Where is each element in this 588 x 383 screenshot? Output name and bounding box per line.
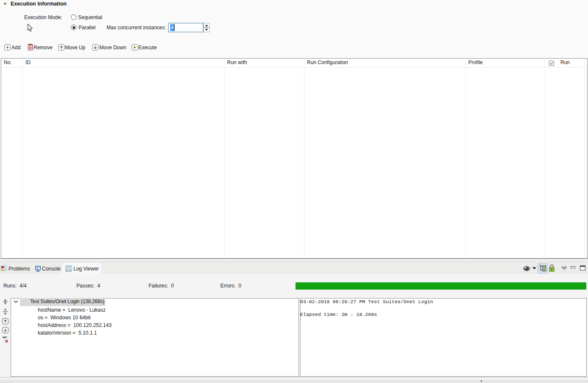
svg-text:LOG: LOG (66, 266, 70, 268)
